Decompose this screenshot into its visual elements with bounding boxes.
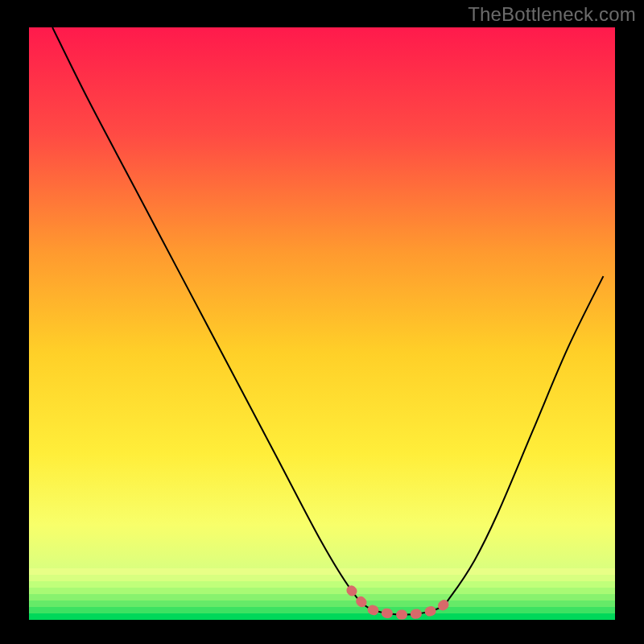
plot-bottom-bands <box>29 568 615 621</box>
watermark-text: TheBottleneck.com <box>468 3 636 26</box>
svg-rect-8 <box>29 613 615 621</box>
svg-rect-4 <box>29 588 615 595</box>
svg-rect-2 <box>29 575 615 582</box>
svg-rect-5 <box>29 594 615 601</box>
svg-rect-1 <box>29 568 615 576</box>
svg-rect-7 <box>29 607 615 614</box>
plot-background <box>29 27 615 620</box>
chart-frame: TheBottleneck.com <box>0 0 644 644</box>
bottleneck-chart <box>0 0 644 644</box>
svg-rect-6 <box>29 601 615 608</box>
svg-rect-3 <box>29 581 615 588</box>
